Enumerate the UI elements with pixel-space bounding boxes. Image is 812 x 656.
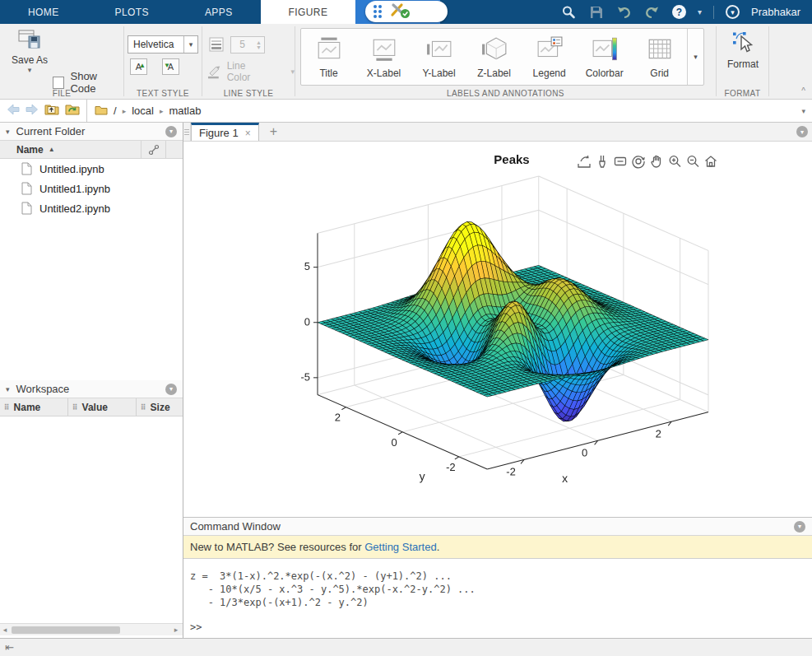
zoom-in-icon[interactable] [666, 153, 682, 169]
command-window-header[interactable]: Command Window ▾ [183, 517, 812, 536]
panel-menu-icon[interactable]: ▾ [165, 126, 177, 137]
gallery-item-colorbar[interactable]: Colorbar [577, 29, 632, 85]
tab-figure[interactable]: FIGURE [261, 0, 356, 24]
ribbon-section-text-style: Helvetica ▾ A▲ ▼A TEXT STYLE [124, 24, 202, 99]
format-button[interactable]: Format [723, 30, 763, 70]
drag-dots-icon[interactable]: ⠿ [4, 403, 10, 412]
panel-menu-icon[interactable]: ▾ [796, 126, 808, 137]
drag-dots-icon[interactable]: ⠿ [72, 403, 78, 412]
dock-left-icon[interactable]: ⇤ [5, 641, 14, 654]
back-icon[interactable] [7, 104, 20, 119]
git-status-column[interactable] [142, 141, 166, 158]
increase-font-button[interactable]: A▲ [130, 58, 147, 75]
help-icon[interactable]: ? [672, 5, 686, 19]
account-menu-icon[interactable]: ▾ [726, 5, 740, 19]
zoom-out-icon[interactable] [684, 153, 700, 169]
file-row-untitled1[interactable]: Untitled1.ipynb [0, 179, 183, 198]
tabbar-grip-icon[interactable] [183, 123, 191, 141]
file-name: Untitled2.ipynb [39, 202, 110, 215]
rotate-3d-icon[interactable] [630, 153, 646, 169]
file-row-untitled2[interactable]: Untitled2.ipynb [0, 198, 183, 218]
save-icon[interactable] [588, 4, 605, 21]
gallery-label: Colorbar [586, 67, 624, 79]
breadcrumb-root[interactable]: / [114, 105, 117, 117]
tab-apps[interactable]: APPS [177, 0, 261, 24]
drag-handle-icon[interactable] [374, 5, 382, 18]
user-name[interactable]: Prabhakar [751, 6, 800, 18]
tab-figure-1[interactable]: Figure 1 × [191, 123, 259, 141]
gallery-item-x-label[interactable]: X-Label [356, 29, 411, 85]
font-dropdown-caret-icon[interactable]: ▾ [183, 36, 197, 53]
gallery-item-legend[interactable]: Legend [522, 29, 577, 85]
banner-text: New to MATLAB? See resources for [190, 541, 364, 553]
tab-plots[interactable]: PLOTS [87, 0, 177, 24]
command-window-output[interactable]: z = 3*(1-x).^2.*exp(-(x.^2) - (y+1).^2) … [183, 559, 812, 638]
collapse-ribbon-icon[interactable]: ^ [801, 86, 805, 95]
gallery-label: Y-Label [422, 67, 455, 79]
scroll-left-icon[interactable]: ◂ [0, 626, 10, 634]
restore-view-icon[interactable] [703, 153, 718, 169]
font-name-dropdown[interactable]: Helvetica ▾ [128, 35, 198, 54]
matlab-online-app: HOME PLOTS APPS FIGURE TOOLS ? ▾ ▾ Prabh… [0, 0, 812, 656]
breadcrumb-local[interactable]: local [132, 105, 154, 117]
gallery-item-z-label[interactable]: Z-Label [466, 29, 522, 85]
gallery-more-caret-icon[interactable]: ▾ [687, 29, 703, 85]
workspace-size-column[interactable]: ⠿ Size [137, 398, 183, 416]
file-name: Untitled1.ipynb [39, 183, 110, 195]
name-column-header[interactable]: Name ▲ [0, 141, 142, 158]
tools-icon[interactable] [388, 1, 411, 22]
panel-menu-icon[interactable]: ▾ [165, 384, 177, 395]
close-tab-icon[interactable]: × [245, 128, 251, 139]
horizontal-scrollbar[interactable]: ◂ ▸ [0, 623, 183, 635]
breadcrumb[interactable]: / ▸ local ▸ matlab ▾ [86, 100, 812, 122]
undo-icon[interactable] [616, 4, 633, 21]
collapse-triangle-icon[interactable]: ▾ [6, 128, 10, 136]
file-row-untitled[interactable]: Untitled.ipynb [0, 159, 183, 179]
save-as-icon [18, 29, 41, 50]
surface-plot-canvas[interactable] [183, 142, 812, 517]
folder-icon [95, 104, 108, 119]
format-icon [731, 30, 755, 54]
workspace-name-column[interactable]: ⠿ Name [0, 398, 68, 416]
collapse-triangle-icon[interactable]: ▾ [6, 385, 10, 393]
command-prompt[interactable]: >> [190, 621, 812, 634]
gallery-label: Z-Label [477, 67, 511, 79]
floating-tools-widget[interactable] [365, 1, 448, 22]
line-width-spinner[interactable]: 5 ▲▼ [230, 36, 265, 54]
workspace-value-column[interactable]: ⠿ Value [68, 398, 137, 416]
export-icon[interactable] [576, 153, 592, 169]
ribbon-section-line-style: 5 ▲▼ Line Color ▾ LINE STYLE [202, 24, 295, 99]
forward-icon[interactable] [26, 104, 39, 119]
current-folder-header[interactable]: ▾ Current Folder ▾ [0, 123, 183, 141]
help-caret-icon[interactable]: ▾ [698, 7, 702, 16]
scroll-right-icon[interactable]: ▸ [171, 626, 181, 634]
format-label: Format [723, 58, 763, 70]
new-tab-button[interactable]: + [259, 123, 288, 141]
drag-dots-icon[interactable]: ⠿ [141, 403, 146, 412]
redo-icon[interactable] [644, 4, 661, 21]
browse-folder-icon[interactable] [65, 103, 80, 119]
scrollbar-thumb[interactable] [12, 626, 120, 634]
line-color-button[interactable]: Line Color ▾ [206, 60, 295, 83]
breadcrumb-caret-icon[interactable]: ▾ [801, 107, 805, 115]
gallery-item-title[interactable]: Title [301, 29, 356, 85]
getting-started-link[interactable]: Getting Started [364, 541, 436, 553]
decrease-font-button[interactable]: ▼A [162, 58, 179, 75]
spinner-arrows-icon[interactable]: ▲▼ [253, 37, 264, 53]
datatip-icon[interactable] [612, 153, 628, 169]
gallery-item-y-label[interactable]: Y-Label [411, 29, 466, 85]
breadcrumb-matlab[interactable]: matlab [169, 105, 201, 117]
current-folder-column-header: Name ▲ [0, 141, 183, 159]
search-icon[interactable] [560, 4, 577, 21]
workspace-header[interactable]: ▾ Workspace ▾ [0, 380, 183, 398]
tab-home[interactable]: HOME [0, 0, 87, 24]
checkbox-box[interactable] [53, 77, 64, 89]
pan-icon[interactable] [648, 153, 664, 169]
up-folder-icon[interactable] [44, 103, 59, 119]
save-as-button[interactable]: Save As ▾ [10, 29, 49, 74]
panel-menu-icon[interactable]: ▾ [794, 521, 805, 533]
axes-toolbar [576, 153, 718, 169]
brush-icon[interactable] [594, 153, 610, 169]
gallery-item-grid[interactable]: Grid [632, 29, 687, 85]
line-thickness-icon[interactable] [209, 37, 224, 55]
